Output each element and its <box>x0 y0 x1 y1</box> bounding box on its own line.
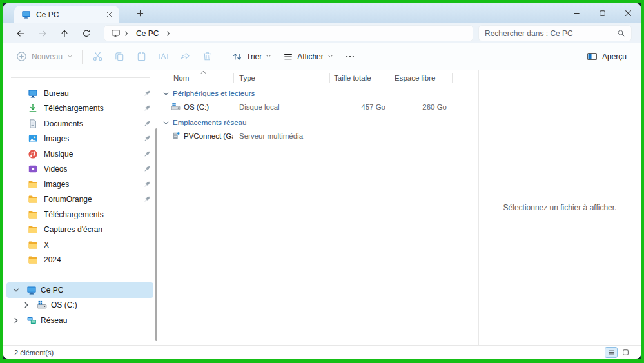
file-total-size: 457 Go <box>329 103 391 111</box>
sidebar-scrollbar[interactable] <box>155 128 157 341</box>
tab-ce-pc[interactable]: Ce PC <box>14 6 119 23</box>
breadcrumb-item-ce-pc[interactable]: Ce PC <box>132 29 162 38</box>
this-pc-icon <box>21 10 31 19</box>
music-icon <box>28 149 38 159</box>
column-header-type[interactable]: Type <box>233 74 329 84</box>
new-button-label: Nouveau <box>32 52 63 61</box>
column-header-nom[interactable]: Nom <box>158 74 233 84</box>
close-button[interactable] <box>615 3 641 23</box>
new-tab-button[interactable] <box>132 6 148 21</box>
search-box[interactable] <box>478 25 632 41</box>
sort-ascending-icon <box>200 70 206 74</box>
sidebar-item-ce-pc[interactable]: Ce PC <box>6 282 153 298</box>
file-type: Serveur multimédia <box>233 132 329 140</box>
share-button[interactable] <box>174 46 196 67</box>
column-divider[interactable] <box>329 73 330 83</box>
maximize-button[interactable] <box>589 3 615 23</box>
sidebar-item-images[interactable]: Images <box>3 132 158 147</box>
sidebar-item-label: Téléchargements <box>44 210 104 219</box>
tab-close-icon[interactable] <box>102 8 115 21</box>
ellipsis-icon <box>345 52 355 62</box>
pin-icon <box>142 195 151 204</box>
file-type: Disque local <box>233 103 329 111</box>
large-icons-view-button[interactable] <box>619 347 632 358</box>
pin-icon <box>142 89 151 98</box>
sidebar-item-2024[interactable]: 2024 <box>3 253 158 268</box>
sidebar-item-reseau[interactable]: Réseau <box>6 313 153 328</box>
folder-icon <box>28 210 38 220</box>
group-header-emplacements-reseau[interactable]: Emplacements réseau <box>158 116 478 129</box>
breadcrumb[interactable]: Ce PC <box>104 25 473 41</box>
sidebar-item-label: ForumOrange <box>44 195 92 204</box>
chevron-down-icon <box>327 54 333 59</box>
sort-button[interactable]: Trier <box>226 46 277 67</box>
group-header-peripheriques[interactable]: Périphériques et lecteurs <box>158 87 478 100</box>
sidebar-item-videos[interactable]: Vidéos <box>3 162 158 177</box>
column-header-row: Nom Type Taille totale Espace libre <box>158 70 478 84</box>
videos-icon <box>28 164 38 174</box>
more-options-button[interactable] <box>339 46 361 67</box>
sidebar-item-musique[interactable]: Musique <box>3 146 158 162</box>
refresh-button[interactable] <box>77 25 96 42</box>
column-divider[interactable] <box>452 73 453 83</box>
cut-button[interactable] <box>86 46 108 67</box>
sidebar-item-os-c[interactable]: OS (C:) <box>6 298 153 313</box>
drive-icon <box>37 300 47 310</box>
sidebar-item-telechargements[interactable]: Téléchargements <box>3 101 158 117</box>
scissors-icon <box>92 51 103 62</box>
new-button[interactable]: Nouveau <box>11 46 78 67</box>
sidebar-item-label: X <box>44 240 49 250</box>
sidebar-item-documents[interactable]: Documents <box>3 116 158 132</box>
view-toggle-group <box>605 347 632 358</box>
delete-button[interactable] <box>196 46 218 67</box>
preview-pane: Sélectionnez un fichier à afficher. <box>479 70 641 345</box>
sidebar-item-telechargements-folder[interactable]: Téléchargements <box>3 207 158 222</box>
copy-button[interactable] <box>108 46 130 67</box>
file-list: Nom Type Taille totale Espace libre Péri… <box>158 70 479 345</box>
sidebar-item-label: Images <box>44 134 69 143</box>
column-header-espace-libre[interactable]: Espace libre <box>391 74 452 84</box>
clipboard-icon <box>136 51 147 62</box>
back-button[interactable] <box>11 25 30 42</box>
trash-icon <box>202 51 213 62</box>
chevron-right-icon[interactable] <box>23 301 30 309</box>
file-name: PVConnect (Gaston… <box>184 132 233 140</box>
pin-icon <box>142 164 151 173</box>
sidebar-item-bureau[interactable]: Bureau <box>3 86 158 101</box>
forward-button[interactable] <box>33 25 52 42</box>
sidebar-item-captures-decran[interactable]: Captures d'écran <box>3 222 158 238</box>
sidebar-item-x[interactable]: X <box>3 237 158 253</box>
minimize-button[interactable] <box>563 3 589 23</box>
paste-button[interactable] <box>130 46 152 67</box>
column-header-taille-totale[interactable]: Taille totale <box>329 74 391 84</box>
chevron-down-icon[interactable] <box>162 90 170 97</box>
folder-icon <box>28 179 38 190</box>
sidebar-item-images-folder[interactable]: Images <box>3 177 158 192</box>
chevron-right-icon <box>165 30 171 37</box>
sidebar-item-label: 2024 <box>44 255 61 264</box>
sidebar-divider <box>11 77 150 78</box>
chevron-down-icon[interactable] <box>162 119 170 126</box>
toolbar-separator <box>222 50 222 64</box>
sidebar-item-label: Vidéos <box>44 164 67 173</box>
chevron-down-icon <box>67 54 73 59</box>
file-row-pvconnect[interactable]: PVConnect (Gaston… Serveur multimédia <box>158 129 478 142</box>
up-button[interactable] <box>55 25 74 42</box>
preview-toggle-button[interactable]: Aperçu <box>583 46 630 67</box>
sidebar-item-forumorange[interactable]: ForumOrange <box>3 192 158 208</box>
sidebar-item-label: OS (C:) <box>51 300 77 309</box>
column-divider[interactable] <box>233 73 234 83</box>
chevron-right-icon[interactable] <box>12 317 20 324</box>
file-row-os-c[interactable]: OS (C:) Disque local 457 Go 260 Go <box>158 100 478 113</box>
folder-icon <box>28 194 38 204</box>
rename-button[interactable] <box>152 46 174 67</box>
group-header-label: Périphériques et lecteurs <box>173 90 255 97</box>
window-controls <box>563 3 641 23</box>
pin-icon <box>142 104 151 113</box>
sidebar-item-label: Captures d'écran <box>44 225 102 234</box>
details-view-button[interactable] <box>605 347 618 358</box>
column-divider[interactable] <box>391 73 391 83</box>
view-button[interactable]: Afficher <box>277 46 338 67</box>
chevron-down-icon[interactable] <box>12 286 20 294</box>
search-input[interactable] <box>485 29 617 38</box>
